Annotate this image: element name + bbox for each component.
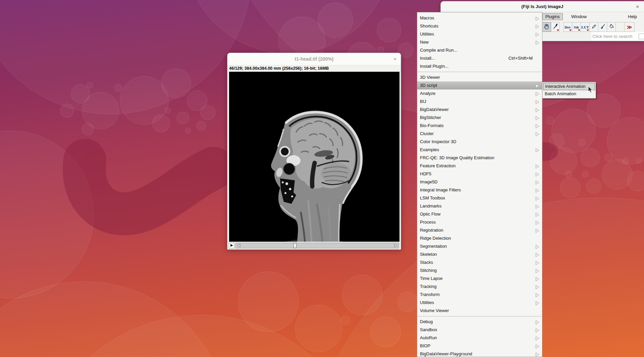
menu-item-landmarks[interactable]: Landmarks bbox=[417, 202, 542, 210]
menu-item-analyze[interactable]: Analyze bbox=[417, 90, 542, 98]
submenu-arrow-icon bbox=[535, 204, 540, 209]
menu-item-compile-and-run[interactable]: Compile and Run... bbox=[417, 46, 542, 54]
menu-item-image5d[interactable]: Image5D bbox=[417, 178, 542, 186]
menu-item-label: Stitching bbox=[420, 268, 437, 273]
scrolling-tool[interactable] bbox=[542, 22, 551, 32]
menu-item-debug[interactable]: Debug bbox=[417, 318, 542, 326]
menu-item-label: FRC-QE: 3D Image Quality Estimation bbox=[420, 155, 494, 160]
menu-item-label: Registration bbox=[420, 228, 443, 233]
menu-item-sandbox[interactable]: Sandbox bbox=[417, 326, 542, 334]
menu-item-biop[interactable]: BIOP bbox=[417, 342, 542, 350]
scrollbar-thumb[interactable] bbox=[293, 243, 297, 248]
menu-item-color-inspector-3d[interactable]: Color Inspector 3D bbox=[417, 138, 542, 146]
stack-play-button[interactable] bbox=[229, 243, 234, 248]
menu-separator bbox=[417, 315, 542, 318]
menu-item-install-plugin[interactable]: Install PlugIn... bbox=[417, 62, 542, 70]
menu-item-optic-flow[interactable]: Optic Flow bbox=[417, 210, 542, 218]
imagej-titlebar[interactable]: (Fiji Is Just) ImageJ × bbox=[441, 1, 644, 12]
menu-item-bij[interactable]: BIJ bbox=[417, 98, 542, 106]
menubar-item-plugins[interactable]: Plugins bbox=[542, 13, 563, 20]
menu-item-cluster[interactable]: Cluster bbox=[417, 130, 542, 138]
more-tools[interactable]: ≫ bbox=[624, 22, 635, 32]
stack-slice-scrollbar[interactable] bbox=[235, 243, 399, 248]
menubar-item-window[interactable]: Window bbox=[569, 13, 589, 20]
imagej-close-icon[interactable]: × bbox=[636, 1, 639, 12]
menu-item-new[interactable]: New bbox=[417, 38, 542, 46]
menu-item-stacks[interactable]: Stacks bbox=[417, 258, 542, 266]
submenu-arrow-icon bbox=[535, 260, 540, 265]
submenu-arrow-icon bbox=[535, 344, 540, 349]
submenu-item-batch-animation[interactable]: Batch Animation bbox=[543, 90, 595, 98]
mri-image-canvas[interactable] bbox=[229, 72, 399, 242]
image-window-title: t1-head.tif (200%) bbox=[227, 53, 401, 65]
mri-sagittal-slice bbox=[229, 72, 399, 242]
menu-item-3d-script[interactable]: 3D script bbox=[417, 81, 542, 90]
menu-item-utilities[interactable]: Utilities bbox=[417, 30, 542, 38]
menu-item-skeleton[interactable]: Skeleton bbox=[417, 250, 542, 258]
menu-item-tracking[interactable]: Tracking bbox=[417, 283, 542, 291]
menu-item-macros[interactable]: Macros bbox=[417, 14, 542, 22]
menu-item-stitching[interactable]: Stitching bbox=[417, 266, 542, 275]
menu-item-label: Cluster bbox=[420, 131, 434, 136]
menu-item-label: BigDataViewer-Playground bbox=[420, 351, 472, 356]
paintbrush-tool[interactable] bbox=[598, 22, 607, 32]
empty-tool-slot[interactable] bbox=[615, 22, 625, 32]
more-tools-icon: ≫ bbox=[627, 24, 632, 30]
submenu-arrow-icon bbox=[535, 244, 540, 249]
image-info-bar: 46/129; 384.00x384.00 mm (256x256); 16-b… bbox=[227, 65, 401, 72]
menu-item-segmentation[interactable]: Segmentation bbox=[417, 242, 542, 250]
menu-item-label: BigDataViewer bbox=[420, 107, 449, 112]
menu-item-registration[interactable]: Registration bbox=[417, 226, 542, 234]
menu-item-time-lapse[interactable]: Time Lapse bbox=[417, 275, 542, 283]
menu-item-lsm-toolbox[interactable]: LSM Toolbox bbox=[417, 194, 542, 202]
menu-item-install[interactable]: Install...Ctrl+Shift+M bbox=[417, 54, 542, 62]
menu-item-3d-viewer[interactable]: 3D Viewer bbox=[417, 73, 542, 81]
fill-bucket-icon bbox=[608, 23, 614, 31]
menu-item-bigstitcher[interactable]: BigStitcher bbox=[417, 114, 542, 122]
menu-item-ridge-detection[interactable]: Ridge Detection bbox=[417, 234, 542, 242]
menu-item-hdf5[interactable]: HDF5 bbox=[417, 170, 542, 178]
submenu-item-interactive-animation[interactable]: Interactive Animation bbox=[543, 83, 595, 90]
lut-tool[interactable]: LUT bbox=[581, 22, 590, 32]
stacks-tool[interactable]: Stk bbox=[572, 22, 581, 32]
menu-item-frc-qe-3d-image-quality-estimation[interactable]: FRC-QE: 3D Image Quality Estimation bbox=[417, 154, 542, 162]
menu-item-bigdataviewer[interactable]: BigDataViewer bbox=[417, 106, 542, 114]
play-icon bbox=[230, 244, 233, 247]
dev-script-tool[interactable]: Dev bbox=[563, 22, 572, 32]
pencil-tool[interactable] bbox=[589, 22, 598, 32]
menu-item-autorun[interactable]: AutoRun bbox=[417, 334, 542, 342]
menu-item-label: Landmarks bbox=[420, 203, 441, 209]
menu-item-label: New bbox=[420, 40, 429, 45]
menu-item-label: Time Lapse bbox=[420, 276, 442, 281]
menu-item-bio-formats[interactable]: Bio-Formats bbox=[417, 122, 542, 130]
menu-item-integral-image-filters[interactable]: Integral Image Filters bbox=[417, 186, 542, 194]
menu-item-shortcuts[interactable]: Shortcuts bbox=[417, 22, 542, 30]
menu-item-feature-extraction[interactable]: Feature Extraction bbox=[417, 162, 542, 170]
menu-item-label: Integral Image Filters bbox=[420, 187, 461, 192]
submenu-arrow-icon bbox=[535, 220, 540, 225]
menu-item-label: Optic Flow bbox=[420, 212, 440, 217]
submenu-arrow-icon bbox=[535, 284, 540, 289]
image-window-close-icon[interactable]: × bbox=[393, 53, 396, 65]
menu-item-bigdataviewer-playground[interactable]: BigDataViewer-Playground bbox=[417, 350, 542, 357]
color-picker-tool[interactable] bbox=[551, 22, 560, 32]
menu-item-label: Install PlugIn... bbox=[420, 64, 448, 69]
menubar-item-help[interactable]: Help bbox=[625, 13, 640, 20]
menu-item-process[interactable]: Process bbox=[417, 218, 542, 226]
menu-item-label: Debug bbox=[420, 319, 433, 324]
scrollbar-left-arrow-icon[interactable] bbox=[236, 243, 242, 248]
menu-item-label: Ridge Detection bbox=[420, 236, 451, 241]
menu-item-label: Sandbox bbox=[420, 327, 437, 332]
search-field[interactable]: Click here to search bbox=[591, 32, 644, 41]
menu-item-utilities[interactable]: Utilities bbox=[417, 299, 542, 307]
menu-item-label: BigStitcher bbox=[420, 115, 441, 120]
scrollbar-right-arrow-icon[interactable] bbox=[393, 243, 399, 248]
flood-fill-tool[interactable] bbox=[607, 22, 616, 32]
submenu-arrow-icon bbox=[535, 268, 540, 273]
menu-item-volume-viewer[interactable]: Volume Viewer bbox=[417, 307, 542, 315]
image-window-titlebar[interactable]: t1-head.tif (200%) × bbox=[227, 53, 401, 65]
menu-item-examples[interactable]: Examples bbox=[417, 146, 542, 154]
search-input[interactable] bbox=[639, 34, 644, 39]
pencil-icon bbox=[591, 23, 597, 31]
menu-item-transform[interactable]: Transform bbox=[417, 291, 542, 299]
